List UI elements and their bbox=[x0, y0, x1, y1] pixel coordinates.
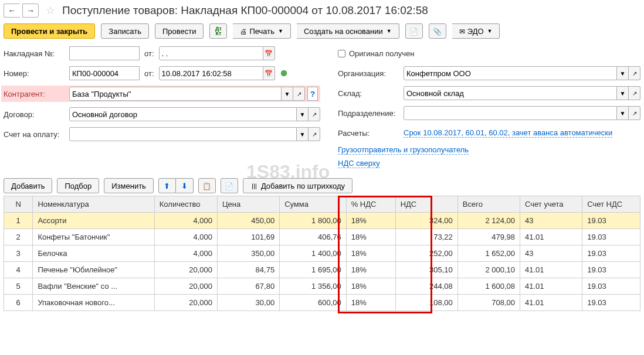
cell-vat[interactable]: 73,22 bbox=[395, 229, 457, 245]
cell-vat-account[interactable]: 19.03 bbox=[582, 213, 640, 229]
contract-input[interactable] bbox=[69, 107, 297, 121]
header-vat[interactable]: НДС bbox=[395, 196, 457, 213]
cell-quantity[interactable]: 4,000 bbox=[154, 213, 217, 229]
cell-vat[interactable]: 252,00 bbox=[395, 245, 457, 262]
post-button[interactable]: Провести bbox=[155, 23, 204, 39]
cell-vat[interactable]: 108,00 bbox=[395, 295, 457, 311]
organization-dropdown[interactable]: ▼ bbox=[617, 66, 629, 80]
file-button[interactable] bbox=[405, 23, 423, 39]
number-date-input[interactable] bbox=[159, 66, 263, 80]
cell-account[interactable]: 41.01 bbox=[520, 295, 582, 311]
modify-button[interactable]: Изменить bbox=[104, 178, 154, 193]
cell-vat-pct[interactable]: 18% bbox=[346, 213, 395, 229]
dtkt-button[interactable]: ДтКт bbox=[209, 23, 227, 39]
cell-total[interactable]: 2 124,00 bbox=[457, 213, 520, 229]
counterparty-dropdown[interactable]: ▼ bbox=[282, 87, 293, 101]
invoice-number-input[interactable] bbox=[69, 46, 140, 60]
payment-account-open[interactable]: ↗ bbox=[309, 127, 320, 141]
calendar-button-1[interactable] bbox=[263, 46, 275, 60]
cell-vat-pct[interactable]: 18% bbox=[346, 229, 395, 245]
cell-sum[interactable]: 1 800,00 bbox=[280, 213, 347, 229]
cell-account[interactable]: 43 bbox=[520, 245, 582, 262]
cell-n[interactable]: 5 bbox=[4, 278, 33, 295]
cell-nomenclature[interactable]: Печенье "Юбилейное" bbox=[33, 262, 154, 278]
print-button[interactable]: Печать ▼ bbox=[233, 23, 291, 39]
add-row-button[interactable]: Добавить bbox=[4, 178, 52, 193]
header-sum[interactable]: Сумма bbox=[280, 196, 347, 213]
counterparty-help-button[interactable]: ? bbox=[307, 87, 318, 101]
organization-input[interactable] bbox=[404, 66, 617, 80]
subdivision-open[interactable]: ↗ bbox=[629, 106, 640, 120]
cell-nomenclature[interactable]: Белочка bbox=[33, 245, 154, 262]
original-received-checkbox[interactable] bbox=[338, 50, 345, 57]
cell-vat-account[interactable]: 19.03 bbox=[582, 262, 640, 278]
header-nomenclature[interactable]: Номенклатура bbox=[33, 196, 154, 213]
cell-vat[interactable]: 305,10 bbox=[395, 262, 457, 278]
cell-sum[interactable]: 406,76 bbox=[280, 229, 347, 245]
payment-account-input[interactable] bbox=[69, 127, 297, 141]
cell-vat-account[interactable]: 19.03 bbox=[582, 245, 640, 262]
cell-quantity[interactable]: 4,000 bbox=[154, 245, 217, 262]
cell-price[interactable]: 450,00 bbox=[217, 213, 279, 229]
counterparty-input[interactable] bbox=[69, 87, 282, 101]
table-row[interactable]: 4 Печенье "Юбилейное" 20,000 84,75 1 695… bbox=[4, 262, 640, 278]
cell-vat-account[interactable]: 19.03 bbox=[582, 295, 640, 311]
cell-vat[interactable]: 244,08 bbox=[395, 278, 457, 295]
organization-open[interactable]: ↗ bbox=[629, 66, 640, 80]
table-row[interactable]: 6 Упаковочная нового... 20,000 30,00 600… bbox=[4, 295, 640, 311]
nav-forward-button[interactable]: → bbox=[22, 4, 39, 18]
calendar-button-2[interactable] bbox=[263, 66, 275, 80]
table-row[interactable]: 3 Белочка 4,000 350,00 1 400,00 18% 252,… bbox=[4, 245, 640, 262]
cell-quantity[interactable]: 20,000 bbox=[154, 278, 217, 295]
cell-nomenclature[interactable]: Ассорти bbox=[33, 213, 154, 229]
cell-vat-pct[interactable]: 18% bbox=[346, 262, 395, 278]
cell-total[interactable]: 708,00 bbox=[457, 295, 520, 311]
cell-vat-pct[interactable]: 18% bbox=[346, 278, 395, 295]
nav-back-button[interactable]: ← bbox=[4, 4, 20, 18]
number-input[interactable] bbox=[69, 66, 140, 80]
header-account[interactable]: Счет учета bbox=[520, 196, 582, 213]
header-n[interactable]: N bbox=[4, 196, 33, 213]
post-close-button[interactable]: Провести и закрыть bbox=[4, 23, 95, 39]
table-row[interactable]: 1 Ассорти 4,000 450,00 1 800,00 18% 324,… bbox=[4, 213, 640, 229]
cell-vat[interactable]: 324,00 bbox=[395, 213, 457, 229]
cell-sum[interactable]: 1 695,00 bbox=[280, 262, 347, 278]
cell-vat-pct[interactable]: 18% bbox=[346, 295, 395, 311]
cell-nomenclature[interactable]: Упаковочная нового... bbox=[33, 295, 154, 311]
cell-quantity[interactable]: 4,000 bbox=[154, 229, 217, 245]
cell-account[interactable]: 41.01 bbox=[520, 229, 582, 245]
cell-sum[interactable]: 600,00 bbox=[280, 295, 347, 311]
vat-link[interactable]: НДС сверху bbox=[338, 159, 380, 168]
shipper-link[interactable]: Грузоотправитель и грузополучатель bbox=[338, 145, 469, 155]
header-total[interactable]: Всего bbox=[457, 196, 520, 213]
cell-account[interactable]: 41.01 bbox=[520, 278, 582, 295]
create-based-button[interactable]: Создать на основании ▼ bbox=[297, 23, 399, 39]
cell-price[interactable]: 30,00 bbox=[217, 295, 279, 311]
subdivision-input[interactable] bbox=[404, 106, 617, 120]
cell-nomenclature[interactable]: Вафли "Венские" со ... bbox=[33, 278, 154, 295]
cell-account[interactable]: 41.01 bbox=[520, 262, 582, 278]
add-barcode-button[interactable]: Добавить по штрихкоду bbox=[243, 178, 352, 193]
cell-price[interactable]: 84,75 bbox=[217, 262, 279, 278]
cell-total[interactable]: 2 000,10 bbox=[457, 262, 520, 278]
counterparty-open[interactable]: ↗ bbox=[293, 87, 305, 101]
copy-button[interactable] bbox=[198, 178, 216, 193]
table-row[interactable]: 5 Вафли "Венские" со ... 20,000 67,80 1 … bbox=[4, 278, 640, 295]
favorite-star-icon[interactable]: ☆ bbox=[46, 4, 55, 17]
header-quantity[interactable]: Количество bbox=[154, 196, 217, 213]
cell-n[interactable]: 4 bbox=[4, 262, 33, 278]
cell-total[interactable]: 1 600,08 bbox=[457, 278, 520, 295]
invoice-date-input[interactable] bbox=[159, 46, 263, 60]
contract-open[interactable]: ↗ bbox=[309, 107, 320, 121]
cell-n[interactable]: 6 bbox=[4, 295, 33, 311]
header-vat-account[interactable]: Счет НДС bbox=[582, 196, 640, 213]
edo-button[interactable]: ЭДО ▼ bbox=[452, 23, 500, 39]
cell-vat-pct[interactable]: 18% bbox=[346, 245, 395, 262]
header-price[interactable]: Цена bbox=[217, 196, 279, 213]
cell-n[interactable]: 3 bbox=[4, 245, 33, 262]
goods-table[interactable]: N Номенклатура Количество Цена Сумма % Н… bbox=[4, 196, 640, 311]
cell-price[interactable]: 101,69 bbox=[217, 229, 279, 245]
cell-account[interactable]: 43 bbox=[520, 213, 582, 229]
cell-sum[interactable]: 1 400,00 bbox=[280, 245, 347, 262]
cell-n[interactable]: 2 bbox=[4, 229, 33, 245]
